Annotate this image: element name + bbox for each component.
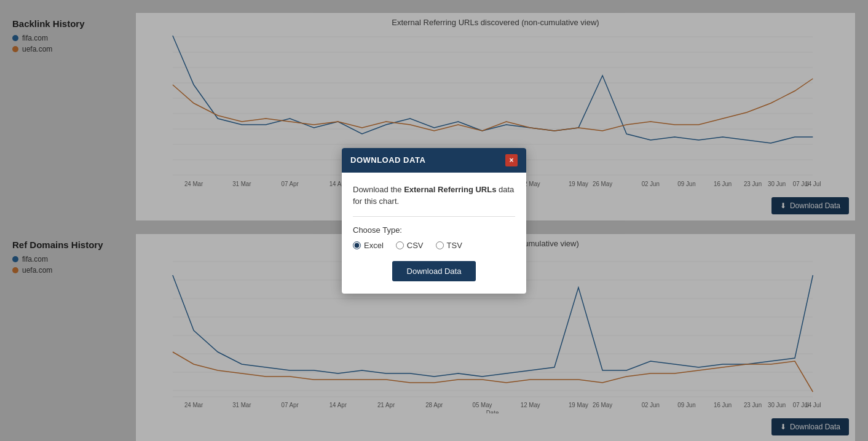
radio-excel-label: Excel [364, 241, 384, 250]
radio-tsv-label: TSV [447, 241, 462, 250]
radio-csv[interactable]: CSV [396, 241, 424, 250]
radio-csv-input[interactable] [396, 241, 404, 249]
radio-group: Excel CSV TSV [353, 241, 515, 250]
radio-excel[interactable]: Excel [353, 241, 384, 250]
modal-desc-text1: Download the [353, 185, 404, 194]
modal-title: DOWNLOAD DATA [350, 155, 425, 165]
radio-tsv[interactable]: TSV [436, 241, 462, 250]
choose-type-label: Choose Type: [353, 225, 515, 235]
modal-close-button[interactable]: × [505, 154, 518, 166]
download-modal: DOWNLOAD DATA × Download the External Re… [342, 148, 526, 294]
modal-desc-bold: External Referring URLs [404, 185, 496, 194]
radio-csv-label: CSV [407, 241, 424, 250]
modal-overlay[interactable]: DOWNLOAD DATA × Download the External Re… [0, 0, 868, 441]
radio-tsv-input[interactable] [436, 241, 444, 249]
modal-header: DOWNLOAD DATA × [342, 148, 526, 173]
modal-description: Download the External Referring URLs dat… [353, 184, 515, 217]
radio-excel-input[interactable] [353, 241, 361, 249]
modal-body: Download the External Referring URLs dat… [342, 173, 526, 294]
modal-download-button[interactable]: Download Data [392, 261, 476, 281]
